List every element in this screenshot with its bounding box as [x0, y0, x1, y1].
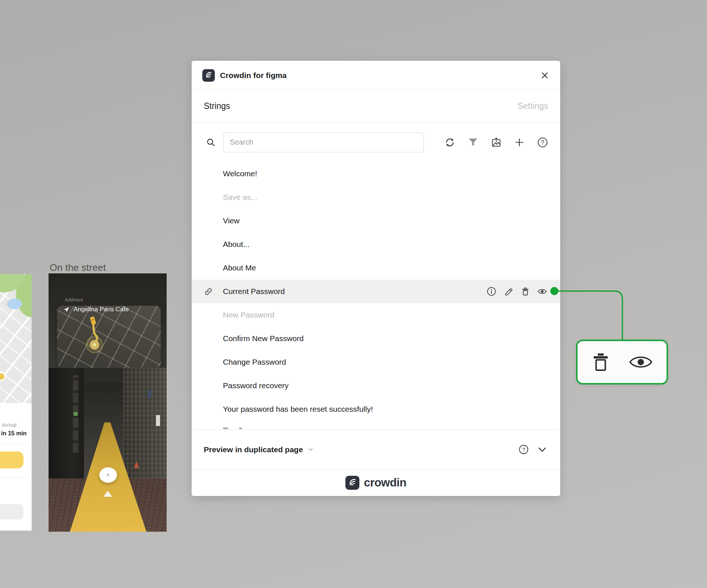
- preview-dropdown-label[interactable]: Preview in duplicated page: [204, 445, 303, 454]
- help-icon[interactable]: ?: [519, 444, 529, 454]
- string-label: New Password: [223, 311, 274, 319]
- search-icon: [206, 138, 215, 147]
- crowdin-logo-icon: [345, 476, 359, 490]
- string-label: Save as...: [223, 193, 257, 202]
- string-row-selected[interactable]: Current Password: [192, 280, 560, 303]
- add-icon[interactable]: [514, 137, 525, 148]
- traffic-cone: [134, 461, 139, 468]
- string-row[interactable]: Password recovery: [192, 374, 560, 397]
- direction-arrow-icon: [103, 491, 112, 497]
- location-arrow-icon: [63, 307, 70, 313]
- string-label: About...: [223, 240, 249, 249]
- string-row[interactable]: Confirm New Password: [192, 327, 560, 350]
- taxi-icon: [90, 316, 96, 325]
- string-label: Welcome!: [223, 169, 257, 178]
- search-input[interactable]: [223, 132, 424, 152]
- frame-title-on-the-street: On the street: [50, 262, 106, 273]
- chevron-down-icon[interactable]: [537, 444, 547, 455]
- eye-icon: [629, 354, 653, 370]
- export-image-icon[interactable]: [491, 137, 502, 148]
- close-icon[interactable]: [540, 70, 550, 81]
- building-left: [49, 368, 84, 478]
- crowdin-logo-icon: [202, 69, 215, 82]
- string-label: About Me: [223, 263, 256, 272]
- divider: [0, 444, 29, 444]
- divider: [0, 478, 29, 478]
- refresh-icon[interactable]: [444, 137, 455, 148]
- svg-text:?: ?: [541, 139, 544, 146]
- eye-icon[interactable]: [537, 287, 547, 296]
- string-label: Password recovery: [223, 381, 289, 390]
- crowdin-plugin-window: Crowdin for figma Strings Settings: [192, 61, 560, 496]
- string-row[interactable]: New Password: [192, 303, 560, 327]
- primary-action-button[interactable]: [0, 451, 24, 468]
- link-icon: [204, 287, 213, 296]
- map-preview: [0, 274, 32, 404]
- route-map: [57, 306, 161, 368]
- clipped-list-item: [223, 426, 319, 429]
- footer-bar: Preview in duplicated page ?: [192, 429, 560, 469]
- tab-strings[interactable]: Strings: [204, 101, 230, 111]
- annotation-dot: [550, 287, 558, 295]
- string-row[interactable]: About Me: [192, 256, 560, 280]
- string-label: Current Password: [223, 287, 285, 296]
- string-row[interactable]: About...: [192, 233, 560, 256]
- delete-icon: [591, 352, 610, 372]
- svg-text:?: ?: [522, 447, 525, 453]
- strings-list: Welcome! Save as... View About... About …: [192, 162, 560, 429]
- filter-icon[interactable]: [468, 137, 479, 148]
- mini-map-card: [57, 306, 161, 368]
- string-row[interactable]: View: [192, 209, 560, 233]
- string-row[interactable]: Save as...: [192, 185, 560, 209]
- edit-icon[interactable]: [504, 287, 513, 296]
- string-row[interactable]: Welcome!: [192, 162, 560, 185]
- help-icon[interactable]: ?: [537, 137, 548, 148]
- window-title: Crowdin for figma: [220, 71, 287, 80]
- address-value: Angelina Paris Cafe: [74, 306, 129, 313]
- building-right: [123, 368, 167, 478]
- string-row[interactable]: Your password has been reset successfull…: [192, 397, 560, 421]
- frame-arrival-screen: Arrival in 15 min: [0, 274, 32, 531]
- string-label: Change Password: [223, 358, 286, 366]
- toolbar: ?: [192, 123, 560, 162]
- arrival-value: in 15 min: [1, 430, 26, 437]
- string-label: View: [223, 216, 239, 225]
- zoomed-actions-callout: [576, 340, 668, 385]
- chevron-down-small-icon[interactable]: [308, 447, 313, 452]
- close-pill-button[interactable]: ×: [99, 467, 117, 483]
- street-photo: 20 × 2 min right 6 Rue Tiquetonne: [49, 368, 167, 532]
- crowdin-brand: crowdin: [192, 469, 560, 496]
- address-label: Address: [65, 297, 83, 302]
- string-label: Confirm New Password: [223, 334, 303, 343]
- tab-settings[interactable]: Settings: [518, 101, 548, 111]
- string-row[interactable]: Change Password: [192, 350, 560, 374]
- info-icon[interactable]: [487, 287, 496, 296]
- delete-icon[interactable]: [521, 287, 530, 296]
- frame-street-ar-screen: Address Angelina Paris Cafe 20 × 2 min r…: [49, 273, 167, 532]
- tab-bar: Strings Settings: [192, 90, 560, 123]
- string-label: Your password has been reset successfull…: [223, 405, 373, 414]
- crowdin-wordmark: crowdin: [364, 476, 406, 489]
- secondary-action-button[interactable]: [0, 504, 24, 520]
- window-header: Crowdin for figma: [192, 61, 560, 90]
- arrival-label: Arrival: [2, 422, 17, 428]
- row-actions: [487, 280, 547, 303]
